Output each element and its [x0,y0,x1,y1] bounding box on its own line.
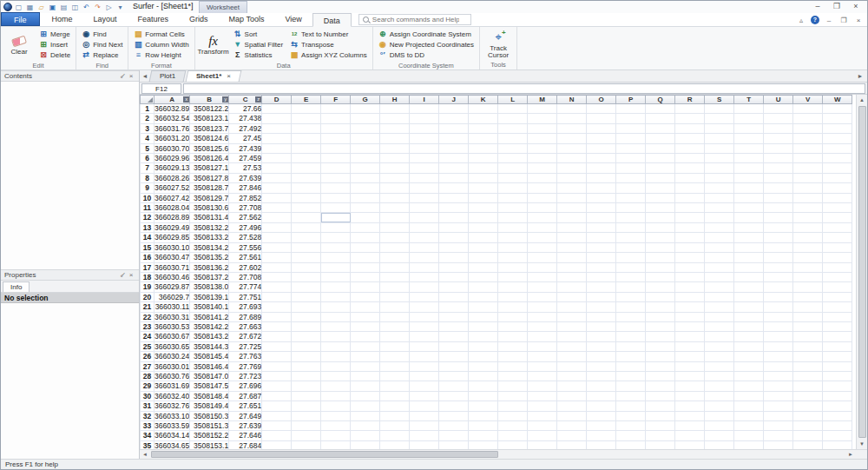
cell-e19[interactable] [292,282,321,292]
cell-j12[interactable] [439,213,469,222]
cell-u23[interactable] [764,321,793,331]
cell-d24[interactable] [262,332,292,341]
cell-p13[interactable] [616,222,646,232]
cell-e29[interactable] [292,381,321,391]
cell-u33[interactable] [764,421,793,431]
cell-w19[interactable] [823,282,852,292]
cell-p2[interactable] [616,114,646,123]
cell-n4[interactable] [557,134,587,143]
cell-e24[interactable] [292,332,321,341]
cell-j34[interactable] [439,431,469,440]
cell-q2[interactable] [646,114,675,123]
cell-n25[interactable] [557,341,587,351]
cell-g35[interactable] [351,440,380,449]
row-header-14[interactable]: 14 [141,233,155,242]
cell-u35[interactable] [764,440,793,449]
cell-n23[interactable] [557,321,587,331]
cell-t25[interactable] [734,341,764,351]
cell-d1[interactable] [262,104,292,114]
cell-v8[interactable] [793,173,823,182]
cell-n18[interactable] [557,272,587,281]
cell-p15[interactable] [616,242,646,252]
cell-i20[interactable] [410,292,439,301]
undo-icon[interactable]: ↶ [82,3,91,12]
cell-c30[interactable]: 27.687 [229,391,262,400]
cell-g22[interactable] [351,312,380,321]
cell-o3[interactable] [587,123,616,133]
cell-v31[interactable] [793,401,823,411]
cell-c8[interactable]: 27.639 [229,173,262,182]
cell-k30[interactable] [469,391,498,400]
cell-b20[interactable]: 3508139.1 [190,292,229,301]
cell-m22[interactable] [528,312,557,321]
cell-a31[interactable]: 366032.76 [155,401,190,411]
cell-f35[interactable] [321,440,351,449]
row-header-27[interactable]: 27 [141,361,155,371]
cell-j25[interactable] [439,341,469,351]
cell-g17[interactable] [351,262,380,272]
cell-w16[interactable] [823,253,852,262]
cell-o27[interactable] [587,361,616,371]
row-header-30[interactable]: 30 [141,391,155,400]
cell-g26[interactable] [351,352,380,361]
cell-t20[interactable] [734,292,764,301]
cell-k7[interactable] [469,163,498,173]
cell-e15[interactable] [292,242,321,252]
cell-p19[interactable] [616,282,646,292]
cell-b9[interactable]: 3508128.7 [190,183,229,193]
cell-d4[interactable] [262,134,292,143]
row-header-35[interactable]: 35 [141,440,155,449]
cell-s6[interactable] [705,154,734,163]
cell-q4[interactable] [646,134,675,143]
cell-s17[interactable] [705,262,734,272]
cell-v4[interactable] [793,134,823,143]
cell-p29[interactable] [616,381,646,391]
cell-t8[interactable] [734,173,764,182]
cell-p28[interactable] [616,371,646,381]
restore-button[interactable]: ❐ [827,1,846,12]
cell-t17[interactable] [734,262,764,272]
statistics-button[interactable]: ΣStatistics [231,50,286,60]
row-header-31[interactable]: 31 [141,401,155,411]
column-header-c[interactable]: Cz [229,96,262,104]
cell-c19[interactable]: 27.774 [229,282,262,292]
cell-v18[interactable] [793,272,823,281]
cell-q18[interactable] [646,272,675,281]
cell-b27[interactable]: 3508146.4 [190,361,229,371]
cell-m32[interactable] [528,411,557,420]
cell-v19[interactable] [793,282,823,292]
cell-c23[interactable]: 27.663 [229,321,262,331]
cell-n8[interactable] [557,173,587,182]
cell-h6[interactable] [380,154,410,163]
cell-t3[interactable] [734,123,764,133]
cell-w26[interactable] [823,352,852,361]
doc-close-icon[interactable]: × [853,17,864,24]
cell-r35[interactable] [675,440,705,449]
cell-l17[interactable] [498,262,528,272]
cell-j16[interactable] [439,253,469,262]
cell-a12[interactable]: 366028.89 [155,213,190,222]
cell-f27[interactable] [321,361,351,371]
row-header-15[interactable]: 15 [141,242,155,252]
cell-c7[interactable]: 27.53 [229,163,262,173]
cell-j2[interactable] [439,114,469,123]
cell-h10[interactable] [380,193,410,202]
cell-i27[interactable] [410,361,439,371]
cell-h8[interactable] [380,173,410,182]
cell-l1[interactable] [498,104,528,114]
cell-k18[interactable] [469,272,498,281]
cell-w34[interactable] [823,431,852,440]
cell-s34[interactable] [705,431,734,440]
cell-u29[interactable] [764,381,793,391]
cell-v28[interactable] [793,371,823,381]
row-header-26[interactable]: 26 [141,352,155,361]
cell-j26[interactable] [439,352,469,361]
cell-p26[interactable] [616,352,646,361]
cell-n5[interactable] [557,143,587,153]
cell-e7[interactable] [292,163,321,173]
cell-a6[interactable]: 366029.96 [155,154,190,163]
cell-c13[interactable]: 27.496 [229,222,262,232]
cell-i21[interactable] [410,302,439,312]
cell-b16[interactable]: 3508135.2 [190,253,229,262]
cell-q34[interactable] [646,431,675,440]
